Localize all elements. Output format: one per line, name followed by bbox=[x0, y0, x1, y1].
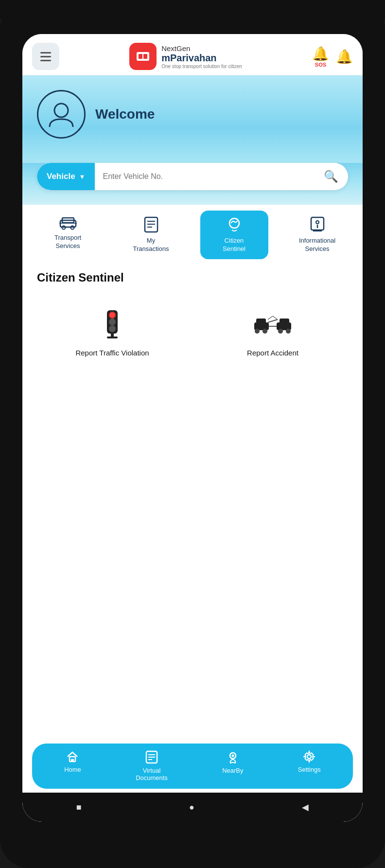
search-bar: Vehicle ▼ 🔍 bbox=[37, 163, 348, 190]
avatar-svg bbox=[46, 99, 77, 130]
svg-rect-26 bbox=[256, 319, 266, 324]
svg-point-44 bbox=[231, 754, 234, 757]
tab-informational-services[interactable]: InformationalServices bbox=[283, 211, 351, 259]
vehicle-label: Vehicle bbox=[47, 172, 75, 181]
search-section: Vehicle ▼ 🔍 bbox=[22, 163, 363, 205]
svg-point-24 bbox=[110, 313, 114, 317]
hero-section: Welcome bbox=[22, 75, 363, 163]
svg-rect-2 bbox=[143, 54, 147, 59]
service-grid: Report Traffic Violation bbox=[37, 296, 348, 365]
search-input[interactable] bbox=[95, 163, 314, 190]
svg-point-20 bbox=[109, 319, 116, 325]
svg-rect-1 bbox=[139, 54, 142, 59]
svg-point-3 bbox=[54, 104, 68, 117]
hamburger-line bbox=[40, 52, 51, 53]
svg-point-27 bbox=[255, 329, 260, 334]
home-icon bbox=[66, 750, 79, 763]
transactions-tab-label: MyTransactions bbox=[133, 237, 169, 253]
sos-label: SOS bbox=[315, 62, 326, 68]
svg-rect-30 bbox=[280, 319, 289, 324]
android-circle-btn[interactable]: ● bbox=[189, 802, 194, 813]
nearby-nav-label: NearBy bbox=[222, 767, 243, 775]
transactions-icon bbox=[144, 216, 158, 233]
svg-point-32 bbox=[286, 329, 291, 334]
search-icon[interactable]: 🔍 bbox=[314, 170, 348, 183]
transport-tab-label: TransportServices bbox=[54, 234, 81, 250]
nav-tabs: TransportServices MyTransactions bbox=[22, 205, 363, 259]
top-bar: NextGen mParivahan One stop transport so… bbox=[22, 34, 363, 75]
bottom-nav-home[interactable]: Home bbox=[64, 750, 81, 782]
settings-nav-label: Settings bbox=[298, 766, 321, 774]
settings-icon bbox=[303, 750, 315, 763]
sos-bell-icon: 🔔 bbox=[312, 46, 329, 62]
android-square-btn[interactable]: ■ bbox=[76, 802, 82, 813]
nearby-icon bbox=[227, 750, 239, 764]
chevron-down-icon: ▼ bbox=[79, 173, 86, 180]
notification-bell-icon[interactable]: 🔔 bbox=[336, 49, 353, 65]
virtual-docs-nav-label: VirtualDocuments bbox=[136, 767, 168, 782]
tab-citizen-sentinel[interactable]: CitizenSentinel bbox=[200, 211, 268, 259]
android-nav-bar: ■ ● ◀ bbox=[22, 793, 363, 822]
phone-frame: NextGen mParivahan One stop transport so… bbox=[0, 0, 385, 868]
android-back-btn[interactable]: ◀ bbox=[302, 802, 309, 813]
report-accident-card[interactable]: Report Accident bbox=[197, 296, 348, 365]
svg-line-35 bbox=[268, 316, 273, 319]
svg-point-28 bbox=[262, 329, 267, 334]
accident-icon bbox=[253, 304, 292, 343]
logo-svg bbox=[135, 48, 151, 65]
sentinel-tab-label: CitizenSentinel bbox=[223, 237, 245, 253]
svg-point-45 bbox=[307, 755, 311, 759]
svg-point-21 bbox=[109, 325, 116, 332]
section-title: Citizen Sentinel bbox=[37, 271, 348, 284]
phone-screen: NextGen mParivahan One stop transport so… bbox=[22, 34, 363, 822]
vehicle-dropdown[interactable]: Vehicle ▼ bbox=[37, 163, 95, 190]
svg-point-15 bbox=[316, 221, 319, 224]
menu-button[interactable] bbox=[32, 43, 59, 70]
bottom-nav-nearby[interactable]: NearBy bbox=[222, 750, 243, 782]
logo-icon bbox=[129, 43, 157, 70]
report-traffic-violation-card[interactable]: Report Traffic Violation bbox=[37, 296, 188, 365]
bottom-nav-settings[interactable]: Settings bbox=[298, 750, 321, 782]
app-name: mParivahan bbox=[161, 53, 242, 64]
tab-my-transactions[interactable]: MyTransactions bbox=[117, 211, 185, 259]
svg-rect-38 bbox=[71, 759, 74, 762]
logo-area: NextGen mParivahan One stop transport so… bbox=[129, 43, 242, 70]
virtual-docs-icon bbox=[145, 750, 158, 764]
main-content: Citizen Sentinel bbox=[22, 259, 363, 740]
svg-line-36 bbox=[273, 316, 278, 319]
bottom-nav: Home VirtualDocuments bbox=[32, 744, 353, 789]
top-icons: 🔔 SOS 🔔 bbox=[312, 46, 353, 68]
phone-notch bbox=[154, 0, 231, 9]
brand-name: NextGen bbox=[161, 44, 242, 53]
hamburger-line bbox=[40, 56, 51, 57]
traffic-violation-icon bbox=[93, 304, 132, 343]
svg-point-31 bbox=[278, 329, 283, 334]
sentinel-icon bbox=[226, 216, 243, 233]
user-avatar[interactable] bbox=[37, 90, 86, 139]
app-tagline: One stop transport solution for citizen bbox=[161, 64, 242, 69]
info-tab-label: InformationalServices bbox=[299, 237, 335, 253]
svg-rect-23 bbox=[107, 337, 118, 338]
traffic-violation-label: Report Traffic Violation bbox=[75, 349, 149, 357]
accident-label: Report Accident bbox=[247, 349, 298, 357]
logo-text: NextGen mParivahan One stop transport so… bbox=[161, 44, 242, 69]
tab-transport-services[interactable]: TransportServices bbox=[34, 211, 102, 259]
sos-button[interactable]: 🔔 SOS bbox=[312, 46, 329, 68]
transport-icon bbox=[59, 216, 77, 230]
info-icon bbox=[310, 216, 325, 233]
svg-line-33 bbox=[268, 319, 278, 322]
bottom-nav-virtual-docs[interactable]: VirtualDocuments bbox=[136, 750, 168, 782]
svg-rect-0 bbox=[137, 52, 149, 61]
welcome-message: Welcome bbox=[95, 106, 155, 122]
hamburger-line bbox=[40, 60, 51, 61]
home-nav-label: Home bbox=[64, 766, 81, 774]
